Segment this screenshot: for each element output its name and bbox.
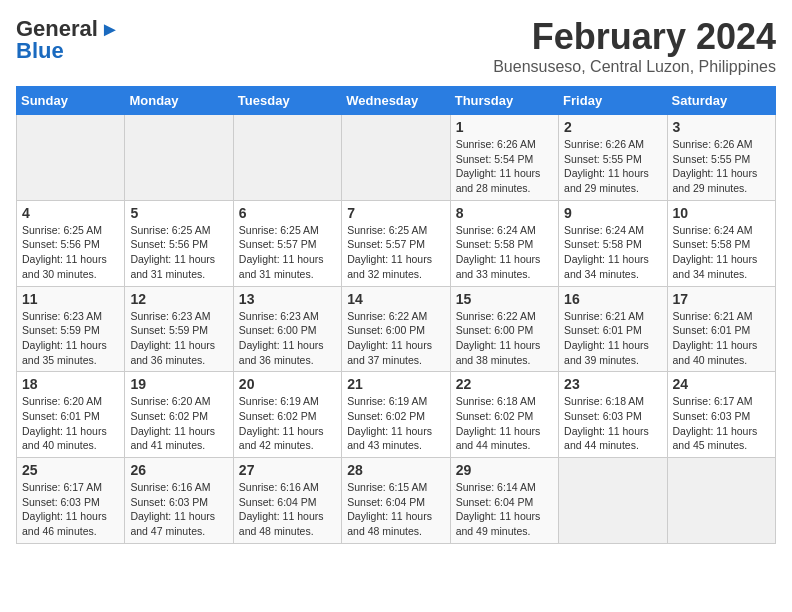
calendar-cell: 25Sunrise: 6:17 AM Sunset: 6:03 PM Dayli… [17, 458, 125, 544]
day-number: 12 [130, 291, 227, 307]
calendar-cell: 15Sunrise: 6:22 AM Sunset: 6:00 PM Dayli… [450, 286, 558, 372]
calendar-cell: 4Sunrise: 6:25 AM Sunset: 5:56 PM Daylig… [17, 200, 125, 286]
calendar-day-header: Thursday [450, 87, 558, 115]
calendar-cell: 3Sunrise: 6:26 AM Sunset: 5:55 PM Daylig… [667, 115, 775, 201]
calendar-body: 1Sunrise: 6:26 AM Sunset: 5:54 PM Daylig… [17, 115, 776, 544]
calendar-cell: 16Sunrise: 6:21 AM Sunset: 6:01 PM Dayli… [559, 286, 667, 372]
calendar-day-header: Monday [125, 87, 233, 115]
day-number: 7 [347, 205, 444, 221]
calendar-cell [667, 458, 775, 544]
location-subtitle: Buensuseso, Central Luzon, Philippines [493, 58, 776, 76]
day-info: Sunrise: 6:18 AM Sunset: 6:03 PM Dayligh… [564, 394, 661, 453]
day-number: 29 [456, 462, 553, 478]
calendar-cell: 7Sunrise: 6:25 AM Sunset: 5:57 PM Daylig… [342, 200, 450, 286]
day-info: Sunrise: 6:23 AM Sunset: 5:59 PM Dayligh… [22, 309, 119, 368]
calendar-cell [17, 115, 125, 201]
day-number: 11 [22, 291, 119, 307]
day-info: Sunrise: 6:24 AM Sunset: 5:58 PM Dayligh… [673, 223, 770, 282]
day-number: 25 [22, 462, 119, 478]
day-info: Sunrise: 6:20 AM Sunset: 6:01 PM Dayligh… [22, 394, 119, 453]
title-block: February 2024 Buensuseso, Central Luzon,… [493, 16, 776, 76]
calendar-cell [233, 115, 341, 201]
calendar-cell: 22Sunrise: 6:18 AM Sunset: 6:02 PM Dayli… [450, 372, 558, 458]
calendar-week-row: 4Sunrise: 6:25 AM Sunset: 5:56 PM Daylig… [17, 200, 776, 286]
day-number: 2 [564, 119, 661, 135]
calendar-cell: 2Sunrise: 6:26 AM Sunset: 5:55 PM Daylig… [559, 115, 667, 201]
day-number: 23 [564, 376, 661, 392]
calendar-day-header: Tuesday [233, 87, 341, 115]
day-info: Sunrise: 6:22 AM Sunset: 6:00 PM Dayligh… [456, 309, 553, 368]
calendar-cell: 6Sunrise: 6:25 AM Sunset: 5:57 PM Daylig… [233, 200, 341, 286]
calendar-cell: 29Sunrise: 6:14 AM Sunset: 6:04 PM Dayli… [450, 458, 558, 544]
day-number: 1 [456, 119, 553, 135]
day-number: 20 [239, 376, 336, 392]
day-number: 22 [456, 376, 553, 392]
calendar-cell: 20Sunrise: 6:19 AM Sunset: 6:02 PM Dayli… [233, 372, 341, 458]
logo-blue-text: Blue [16, 38, 64, 64]
day-number: 13 [239, 291, 336, 307]
day-number: 21 [347, 376, 444, 392]
page-header: General ► Blue February 2024 Buensuseso,… [16, 16, 776, 76]
calendar-cell: 13Sunrise: 6:23 AM Sunset: 6:00 PM Dayli… [233, 286, 341, 372]
day-number: 27 [239, 462, 336, 478]
day-number: 9 [564, 205, 661, 221]
day-number: 14 [347, 291, 444, 307]
calendar-cell: 23Sunrise: 6:18 AM Sunset: 6:03 PM Dayli… [559, 372, 667, 458]
day-info: Sunrise: 6:18 AM Sunset: 6:02 PM Dayligh… [456, 394, 553, 453]
day-info: Sunrise: 6:16 AM Sunset: 6:04 PM Dayligh… [239, 480, 336, 539]
calendar-cell: 17Sunrise: 6:21 AM Sunset: 6:01 PM Dayli… [667, 286, 775, 372]
calendar-cell: 8Sunrise: 6:24 AM Sunset: 5:58 PM Daylig… [450, 200, 558, 286]
day-number: 19 [130, 376, 227, 392]
day-info: Sunrise: 6:16 AM Sunset: 6:03 PM Dayligh… [130, 480, 227, 539]
calendar-cell: 12Sunrise: 6:23 AM Sunset: 5:59 PM Dayli… [125, 286, 233, 372]
day-number: 26 [130, 462, 227, 478]
calendar-cell: 18Sunrise: 6:20 AM Sunset: 6:01 PM Dayli… [17, 372, 125, 458]
day-number: 4 [22, 205, 119, 221]
day-info: Sunrise: 6:24 AM Sunset: 5:58 PM Dayligh… [564, 223, 661, 282]
day-info: Sunrise: 6:21 AM Sunset: 6:01 PM Dayligh… [564, 309, 661, 368]
calendar-cell: 24Sunrise: 6:17 AM Sunset: 6:03 PM Dayli… [667, 372, 775, 458]
day-number: 16 [564, 291, 661, 307]
day-number: 15 [456, 291, 553, 307]
calendar-header-row: SundayMondayTuesdayWednesdayThursdayFrid… [17, 87, 776, 115]
day-number: 8 [456, 205, 553, 221]
calendar-cell: 26Sunrise: 6:16 AM Sunset: 6:03 PM Dayli… [125, 458, 233, 544]
day-info: Sunrise: 6:26 AM Sunset: 5:55 PM Dayligh… [673, 137, 770, 196]
day-info: Sunrise: 6:20 AM Sunset: 6:02 PM Dayligh… [130, 394, 227, 453]
day-number: 3 [673, 119, 770, 135]
day-info: Sunrise: 6:17 AM Sunset: 6:03 PM Dayligh… [22, 480, 119, 539]
day-info: Sunrise: 6:14 AM Sunset: 6:04 PM Dayligh… [456, 480, 553, 539]
day-info: Sunrise: 6:19 AM Sunset: 6:02 PM Dayligh… [347, 394, 444, 453]
day-number: 24 [673, 376, 770, 392]
day-info: Sunrise: 6:21 AM Sunset: 6:01 PM Dayligh… [673, 309, 770, 368]
calendar-cell: 14Sunrise: 6:22 AM Sunset: 6:00 PM Dayli… [342, 286, 450, 372]
calendar-cell: 1Sunrise: 6:26 AM Sunset: 5:54 PM Daylig… [450, 115, 558, 201]
calendar-table: SundayMondayTuesdayWednesdayThursdayFrid… [16, 86, 776, 544]
calendar-cell [125, 115, 233, 201]
calendar-day-header: Saturday [667, 87, 775, 115]
day-info: Sunrise: 6:17 AM Sunset: 6:03 PM Dayligh… [673, 394, 770, 453]
day-info: Sunrise: 6:25 AM Sunset: 5:56 PM Dayligh… [130, 223, 227, 282]
calendar-week-row: 11Sunrise: 6:23 AM Sunset: 5:59 PM Dayli… [17, 286, 776, 372]
day-number: 6 [239, 205, 336, 221]
day-info: Sunrise: 6:19 AM Sunset: 6:02 PM Dayligh… [239, 394, 336, 453]
day-info: Sunrise: 6:23 AM Sunset: 6:00 PM Dayligh… [239, 309, 336, 368]
calendar-cell: 28Sunrise: 6:15 AM Sunset: 6:04 PM Dayli… [342, 458, 450, 544]
calendar-day-header: Friday [559, 87, 667, 115]
day-info: Sunrise: 6:15 AM Sunset: 6:04 PM Dayligh… [347, 480, 444, 539]
logo: General ► Blue [16, 16, 120, 64]
calendar-cell: 27Sunrise: 6:16 AM Sunset: 6:04 PM Dayli… [233, 458, 341, 544]
month-year-title: February 2024 [493, 16, 776, 58]
day-number: 10 [673, 205, 770, 221]
calendar-cell: 21Sunrise: 6:19 AM Sunset: 6:02 PM Dayli… [342, 372, 450, 458]
day-info: Sunrise: 6:25 AM Sunset: 5:57 PM Dayligh… [239, 223, 336, 282]
day-info: Sunrise: 6:25 AM Sunset: 5:56 PM Dayligh… [22, 223, 119, 282]
day-number: 17 [673, 291, 770, 307]
day-info: Sunrise: 6:26 AM Sunset: 5:55 PM Dayligh… [564, 137, 661, 196]
calendar-cell [559, 458, 667, 544]
day-info: Sunrise: 6:26 AM Sunset: 5:54 PM Dayligh… [456, 137, 553, 196]
calendar-day-header: Wednesday [342, 87, 450, 115]
day-number: 18 [22, 376, 119, 392]
calendar-cell: 19Sunrise: 6:20 AM Sunset: 6:02 PM Dayli… [125, 372, 233, 458]
calendar-week-row: 1Sunrise: 6:26 AM Sunset: 5:54 PM Daylig… [17, 115, 776, 201]
